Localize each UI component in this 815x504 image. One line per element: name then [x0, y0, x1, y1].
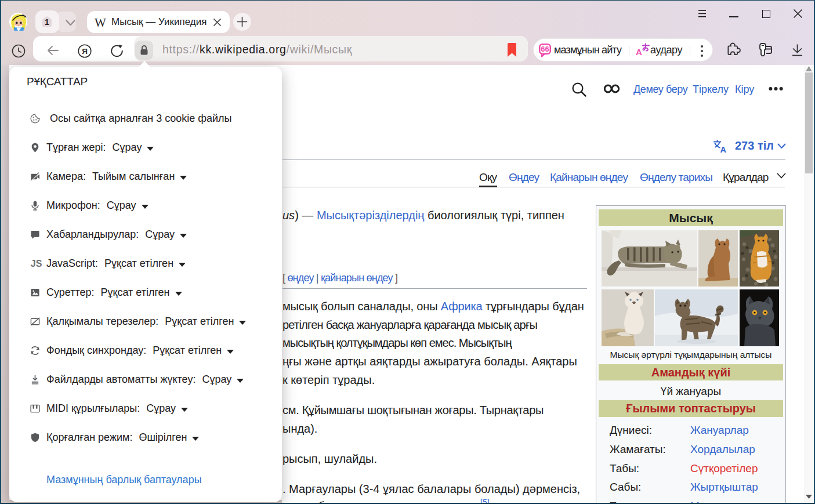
svg-text:1: 1: [45, 17, 49, 27]
svg-text:A: A: [720, 145, 727, 153]
svg-text:А: А: [636, 47, 642, 57]
svg-text:JS: JS: [31, 259, 42, 269]
svg-text:66: 66: [541, 45, 549, 53]
svg-text:Я: Я: [82, 47, 88, 56]
